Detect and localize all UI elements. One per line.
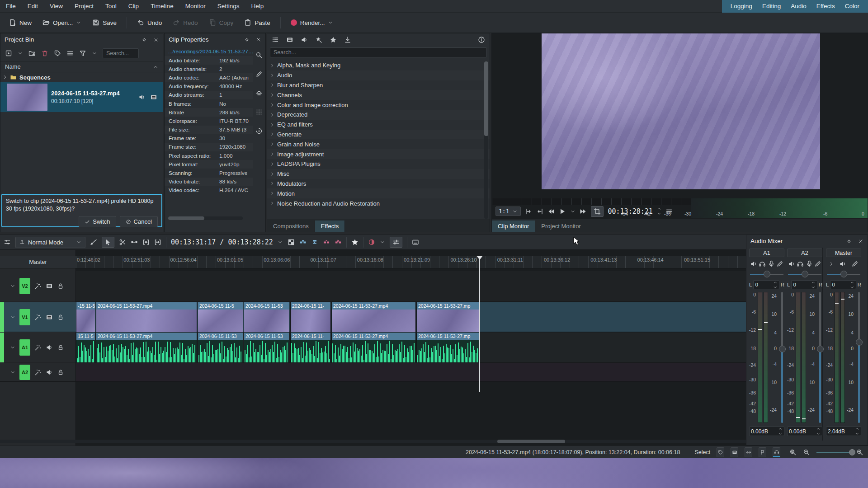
bin-folder-sequences[interactable]: Sequences <box>0 72 163 82</box>
expand-icon[interactable] <box>270 191 274 196</box>
effect-category[interactable]: Blur and Sharpen <box>267 80 490 90</box>
video-track-icon[interactable] <box>46 314 53 321</box>
expand-icon[interactable] <box>270 152 274 156</box>
view-menu-icon[interactable] <box>66 50 74 57</box>
workspace-tab-logging[interactable]: Logging <box>726 0 757 13</box>
timeline-ruler[interactable]: 0:12:46:0200:12:51:0300:12:56:0400:13:01… <box>76 256 746 268</box>
analysis-icon[interactable] <box>255 127 263 135</box>
effect-category[interactable]: Image adjustment <box>267 149 490 159</box>
timeline-audio-clip[interactable]: 2024-06-15 11-53-27.mp <box>416 333 480 362</box>
show-mixer-button[interactable] <box>390 237 402 248</box>
collapse-track-icon[interactable] <box>10 370 15 375</box>
zone-in-icon[interactable] <box>525 208 532 215</box>
lock-track-icon[interactable] <box>57 344 64 351</box>
selection-tool-button[interactable] <box>102 237 114 248</box>
menu-clip[interactable]: Clip <box>123 0 145 13</box>
close-panel-icon[interactable] <box>153 37 159 42</box>
track-effects-icon[interactable] <box>34 282 42 290</box>
fader-knob[interactable] <box>856 339 863 346</box>
volume-fader[interactable] <box>779 292 785 423</box>
tab-clip-monitor[interactable]: Clip Monitor <box>492 221 535 232</box>
bin-clip-item[interactable]: 2024-06-15 11-53-27.mp4 00:18:07:10 [120… <box>0 82 163 112</box>
float-panel-icon[interactable] <box>244 37 250 42</box>
extract-zone-icon[interactable] <box>154 239 161 246</box>
video-track-icon[interactable] <box>46 282 53 290</box>
filter-icon[interactable] <box>79 50 86 57</box>
bin-name-column-header[interactable]: Name <box>0 61 163 72</box>
show-all-effects-icon[interactable] <box>272 36 279 43</box>
mute-icon[interactable] <box>788 260 795 267</box>
timeline-video-clip[interactable]: 2024-06-15 11-53-27.mp <box>416 302 480 332</box>
edit-mode-select[interactable]: Normal Mode <box>15 237 85 248</box>
record-channel-icon[interactable] <box>806 260 813 267</box>
zoom-out-icon[interactable] <box>803 449 810 456</box>
timeline-video-clip[interactable]: 2024-06-15 11-53-27.mp4 <box>331 302 416 332</box>
pan-value-box[interactable]: 0 <box>791 280 817 289</box>
save-button[interactable]: Save <box>88 16 121 29</box>
timeline-horizontal-scrollbar[interactable] <box>0 440 746 443</box>
render-button[interactable]: Render... <box>286 17 338 29</box>
menu-edit[interactable]: Edit <box>22 0 44 13</box>
add-clip-icon[interactable] <box>5 50 12 57</box>
track-header-v2[interactable]: V2 <box>0 271 76 301</box>
extract-clip-icon[interactable] <box>335 239 342 246</box>
expand-icon[interactable] <box>270 113 274 117</box>
video-effects-icon[interactable] <box>286 36 293 43</box>
track-badge[interactable]: A2 <box>19 365 30 380</box>
lock-track-icon[interactable] <box>57 314 64 321</box>
track-header-a2[interactable]: A2 <box>0 363 76 382</box>
monitor-zoom-select[interactable]: 1:1 <box>495 206 521 216</box>
pan-knob[interactable] <box>764 271 770 277</box>
timeline-audio-clip[interactable]: 2024-06-15 11-53-27.mp4 <box>96 333 197 362</box>
expand-icon[interactable] <box>270 142 274 146</box>
favorite-effects-icon[interactable] <box>330 36 337 43</box>
gain-value-box[interactable]: 0.00dB <box>749 427 784 436</box>
workspace-tab-editing[interactable]: Editing <box>757 0 786 13</box>
effect-category[interactable]: Audio <box>267 70 490 80</box>
mix-clips-icon[interactable] <box>299 239 307 246</box>
cancel-button[interactable]: Cancel <box>120 216 158 228</box>
track-badge[interactable]: V2 <box>19 278 30 294</box>
favorite-effects-icon[interactable] <box>351 239 359 246</box>
status-thumbnails-button[interactable] <box>731 447 738 457</box>
menu-tool[interactable]: Tool <box>99 0 123 13</box>
track-effects-icon[interactable] <box>34 314 42 321</box>
record-channel-icon[interactable] <box>768 260 775 267</box>
track-header-a1[interactable]: A1 <box>0 333 76 362</box>
timeline-video-clip[interactable]: 2024-06-15 11-5 <box>198 302 243 332</box>
create-folder-icon[interactable] <box>28 50 36 57</box>
timeline-audio-clip[interactable]: 2024-06-15 11- <box>290 333 331 362</box>
timeline-settings-icon[interactable] <box>4 239 11 246</box>
track-effects-icon[interactable] <box>34 344 42 351</box>
overwrite-clip-icon[interactable] <box>323 239 330 246</box>
strip-name[interactable]: Master <box>826 249 861 257</box>
effect-category[interactable]: Color and Image correction <box>267 100 490 110</box>
lock-track-icon[interactable] <box>57 369 64 376</box>
status-fit-zoom-button[interactable] <box>745 447 752 457</box>
timeline-video-clip[interactable]: -15 11-5 <box>76 302 95 332</box>
channel-effects-icon[interactable] <box>851 260 859 267</box>
composition-icon[interactable] <box>288 239 295 246</box>
track-badge[interactable]: A1 <box>19 339 30 356</box>
audio-target-indicator[interactable] <box>0 333 4 362</box>
tag-icon[interactable] <box>54 50 61 57</box>
clip-file-link[interactable]: .../recordings/2024-06-15 11-53-27.mp4 <box>168 49 254 54</box>
audio-track-icon[interactable] <box>46 369 53 376</box>
paste-button[interactable]: Paste <box>240 16 275 29</box>
search-properties-icon[interactable] <box>255 52 263 59</box>
razor-tool-icon[interactable] <box>119 239 126 246</box>
menu-view[interactable]: View <box>44 0 69 13</box>
insert-clip-icon[interactable] <box>311 239 318 246</box>
expand-icon[interactable] <box>270 103 274 107</box>
timeline-audio-clip[interactable]: 2024-06-15 11-53-27.mp4 <box>331 333 416 362</box>
float-panel-icon[interactable] <box>846 239 852 244</box>
menu-settings[interactable]: Settings <box>212 0 245 13</box>
timeline-video-clip[interactable]: 2024-06-15 11-53-27.mp4 <box>96 302 197 332</box>
track-badge[interactable]: V1 <box>19 309 30 325</box>
proxy-icon[interactable] <box>255 89 263 97</box>
status-markers-button[interactable] <box>759 447 766 457</box>
lock-track-icon[interactable] <box>57 282 64 290</box>
timecode-spinner[interactable] <box>657 206 661 216</box>
chevron-down-icon[interactable] <box>18 51 23 56</box>
track-lane-v2[interactable] <box>76 271 746 301</box>
